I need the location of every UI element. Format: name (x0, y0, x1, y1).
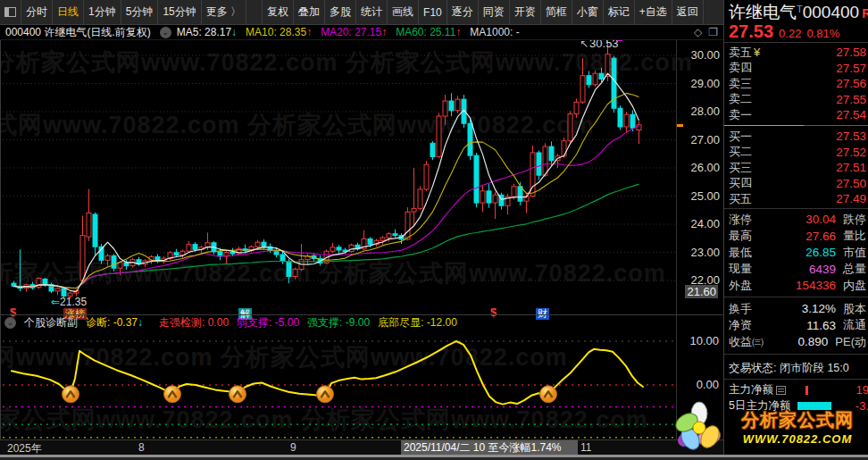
last-price-block: 27.530.220.81% (729, 21, 839, 42)
bid-label: 买五 (729, 191, 752, 206)
menu-item-8[interactable]: 多股 (325, 0, 356, 24)
date-axis-label: 11 (580, 441, 591, 454)
ma-legend-item-1: MA10: 28.35↑ (246, 26, 312, 38)
panel-layout-icon[interactable]: ❐ (708, 26, 718, 38)
menu-item-6[interactable]: 复权 (263, 0, 294, 24)
stat-label: 外盘 (729, 278, 752, 293)
ask-label: 卖二 (729, 92, 752, 107)
ask-row-1[interactable]: 卖一27.54 (729, 107, 866, 122)
menu-item-14[interactable]: 开资 (510, 0, 541, 24)
diamond-icon[interactable]: ◇ (694, 26, 702, 38)
date-axis-label: 9 (290, 441, 296, 454)
indicator-panel[interactable]: ⌄ 个股诊断副 诊断: -0.37↓走强检测: 0.00弱支撑: -5.00强支… (0, 314, 676, 439)
menu-item-11[interactable]: F10 (419, 0, 447, 24)
ask-price: 27.57 (836, 62, 866, 75)
bid-row-5[interactable]: 买五27.49 (729, 191, 866, 206)
menu-item-0[interactable]: 分时 (21, 0, 53, 24)
bid-row-2[interactable]: 买二27.52 (729, 145, 866, 160)
window-split-icon[interactable] (0, 0, 21, 24)
indicator-axis-label: 0.00 (697, 378, 719, 391)
stat-row: 外盘154336内盘 (729, 278, 866, 293)
menu-item-9[interactable]: 统计 (356, 0, 388, 24)
price-axis-label: 30.00 (690, 48, 720, 62)
list-icon (776, 386, 786, 395)
price-axis-label: 26.00 (690, 161, 720, 174)
ask-label: 卖三 (729, 76, 752, 91)
ask-row-4[interactable]: 卖四27.57 (729, 61, 866, 76)
stat-value: 6439 (809, 263, 836, 276)
menu-item-3[interactable]: 5分钟 (121, 0, 159, 24)
bid-price: 27.53 (836, 130, 866, 143)
bid-row-1[interactable]: 买一27.53 (729, 129, 866, 144)
price-axis-label: 23.00 (690, 246, 720, 259)
price-change: 0.22 (779, 27, 801, 40)
trade-status: 交易状态: 闭市阶段 15:0 (729, 361, 868, 376)
stat-label: 最低 (729, 245, 752, 260)
chevron-down-icon[interactable]: ⌄ (160, 27, 171, 38)
last-price: 27.53 (729, 21, 773, 41)
menu-item-18[interactable]: +自选 (635, 0, 672, 24)
menu-item-4[interactable]: 15分钟 (158, 0, 201, 24)
menu-item-5[interactable]: 更多 〉 (202, 0, 246, 24)
chevron-down-icon[interactable]: ⌄ (4, 317, 16, 329)
ask-row-5[interactable]: 卖五¥27.58 (729, 45, 866, 60)
ask-label: 卖一 (729, 107, 752, 122)
stat-row: 收益㈢0.890PE(动 (729, 334, 866, 349)
last-price-tick (677, 124, 683, 127)
buy-signal-marker[interactable] (63, 386, 79, 403)
ask-row-2[interactable]: 卖二27.55 (729, 92, 866, 107)
low-price-label: ⇐21.35 (51, 296, 87, 308)
main-candlestick-chart[interactable]: ↖30.53 ⇐21.35 $涨榜解$财 (0, 40, 676, 314)
price-change-percent: 0.81% (806, 27, 839, 40)
ask-row-3[interactable]: 卖三27.56 (729, 76, 866, 91)
stat-row: 最高27.66量比 (729, 229, 866, 244)
buy-signal-marker[interactable] (164, 386, 181, 403)
logo-site-url: WWW.70822.COM (727, 432, 868, 446)
menu-item-10[interactable]: 画线 (388, 0, 419, 24)
price-axis-label: 25.00 (690, 189, 720, 203)
menu-item-19[interactable]: 返回 (672, 0, 704, 24)
site-logo[interactable]: 分析家公式网 WWW.70822.COM (672, 398, 868, 455)
buy-signal-marker[interactable] (540, 386, 557, 403)
ma-legend: MA5: 28.17↓MA10: 28.35↑MA20: 27.15↑MA60:… (177, 26, 529, 38)
symbol-title: 000400 许继电气(日线.前复权) (5, 25, 151, 40)
bid-label: 买三 (729, 160, 752, 175)
price-axis-label: 28.00 (690, 105, 720, 118)
trend-arrow-icon: ↑ (455, 26, 461, 38)
stat-value: 30.04 (805, 213, 836, 226)
buy-signal-marker[interactable] (317, 386, 334, 403)
menu-item-12[interactable]: 逐分 (447, 0, 479, 24)
menu-item-15[interactable]: 简框 (541, 0, 572, 24)
stat-label-2: 跌停 (843, 212, 866, 227)
menu-item-13[interactable]: 同资 (479, 0, 510, 24)
money-flow-row: 主力净额19 (729, 382, 868, 397)
trend-arrow-icon: ↑ (381, 26, 387, 38)
indicator-param-4: 底部尽显: -12.00 (378, 315, 457, 330)
price-axis-label: 27.00 (690, 133, 720, 146)
stat-label-2: 市值 (843, 245, 866, 260)
menu-item-1[interactable]: 日线 (53, 0, 84, 24)
ma-legend-item-4: MA1000: - (470, 26, 519, 38)
stat-label-2: 流通 (843, 318, 866, 333)
menu-item-16[interactable]: 小窗 (572, 0, 604, 24)
menu-item-7[interactable]: 叠加 (294, 0, 325, 24)
menu-item-2[interactable]: 1分钟 (84, 0, 121, 24)
stat-label-2: 量比 (843, 229, 866, 244)
stat-label: 最高 (729, 229, 752, 244)
menu-group-spacer (246, 0, 263, 24)
stat-row: 现量6439总量 (729, 262, 866, 277)
menu-item-17[interactable]: 标记 (604, 0, 635, 24)
date-crosshair-label: 2025/11/04/二 10 至今涨幅1.74% (401, 440, 578, 455)
stat-value: 3.12% (802, 302, 836, 315)
buy-signal-marker[interactable] (230, 386, 246, 403)
bid-label: 买一 (729, 129, 752, 144)
panel-separator (724, 379, 868, 380)
bid-row-4[interactable]: 买四27.50 (729, 176, 866, 191)
ask-price: 27.58 (836, 46, 866, 59)
chart-legend-row: 000400 许继电气(日线.前复权) ⌄ MA5: 28.17↓MA10: 2… (0, 25, 723, 40)
indicator-axis-label: 10.00 (689, 334, 719, 347)
price-axis-label: 29.00 (690, 77, 720, 90)
price-axis-label: 22.00 (690, 273, 720, 287)
bid-row-3[interactable]: 买三27.51 (729, 160, 866, 175)
bid-price: 27.49 (836, 192, 866, 205)
